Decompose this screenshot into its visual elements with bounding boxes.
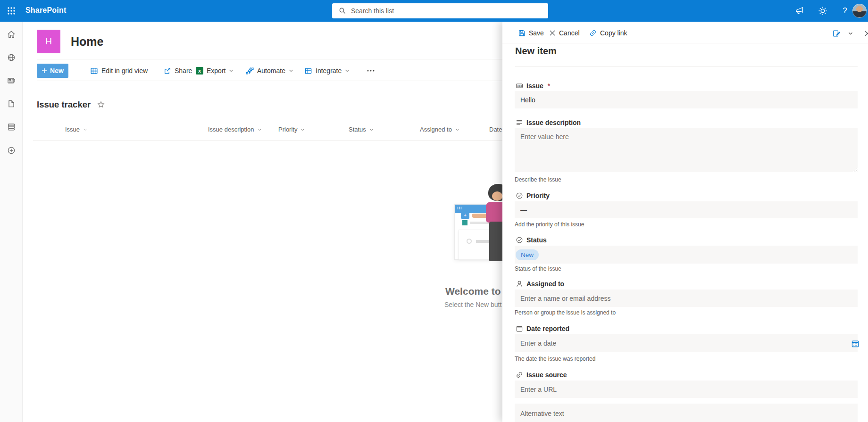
edit-form-button[interactable] [831,28,842,39]
app-launcher-button[interactable] [0,0,23,22]
integrate-icon [304,67,312,75]
sharepoint-list-page: { "topbar": { "app_title": "SharePoint",… [0,0,868,422]
sidebar-item-create[interactable] [0,139,23,162]
new-item-panel: Save Cancel Copy link New item [502,22,868,422]
export-button[interactable]: x Export [196,64,234,78]
excel-icon: x [196,67,203,74]
chevron-down-icon [345,69,350,72]
cancel-button[interactable]: Cancel [549,26,580,40]
search-box[interactable] [332,3,548,18]
edit-grid-view-label: Edit in grid view [101,67,148,74]
sidebar-item-home[interactable] [0,23,23,46]
export-label: Export [207,67,225,74]
column-label: Date [489,126,502,133]
chevron-down-icon [848,32,853,35]
field-label-date-reported: Date reported [516,325,569,332]
alternative-text-input[interactable] [515,404,858,422]
issue-input[interactable] [515,91,858,108]
new-item-button[interactable]: New [37,64,68,78]
help-button[interactable]: ? [837,3,852,18]
ellipsis-icon [367,70,375,72]
panel-title: New item [515,46,557,57]
illustration-teal-square [462,220,467,225]
empty-state-subtitle: Select the New butt [444,301,501,308]
document-icon [7,99,16,108]
text-field-icon: Abc [516,82,523,90]
chevron-down-icon [289,69,293,72]
sidebar-item-lists[interactable] [0,116,23,138]
column-header-issue[interactable]: Issue [65,126,87,133]
flow-icon [246,67,254,75]
site-title[interactable]: Home [71,35,103,49]
list-title-row: Issue tracker [37,99,105,110]
copy-link-button[interactable]: Copy link [589,26,627,40]
priority-value-field[interactable]: — [515,201,858,218]
chevron-down-icon [229,69,234,72]
edit-grid-view-button[interactable]: Edit in grid view [90,64,148,78]
share-label: Share [175,67,192,74]
announcements-button[interactable] [792,3,807,18]
grid-icon [90,67,98,75]
column-header-date[interactable]: Date [489,126,502,133]
field-label-text: Assigned to [526,280,564,288]
search-input[interactable] [351,7,530,15]
field-label-text: Issue source [526,371,567,379]
column-header-assigned-to[interactable]: Assigned to [420,126,459,133]
close-icon [864,30,868,37]
choice-icon [516,236,523,244]
field-label-issue: Abc Issue * [516,82,550,90]
chevron-down-icon [300,128,305,131]
sidebar-item-news[interactable] [0,69,23,92]
date-picker-button[interactable] [850,339,860,349]
plus-icon [42,68,47,74]
required-mark: * [548,82,550,90]
person-icon [516,280,523,288]
field-label-text: Status [526,236,547,244]
status-value-field[interactable]: New [515,246,858,264]
link-icon [516,371,523,379]
favorite-star-icon[interactable] [97,101,105,108]
save-icon [518,29,526,37]
column-label: Status [349,126,366,133]
avatar[interactable] [852,4,867,18]
field-helper: Status of the issue [515,265,561,272]
panel-title-divider [515,66,858,66]
integrate-label: Integrate [316,67,342,74]
integrate-button[interactable]: Integrate [304,64,350,78]
more-commands-button[interactable] [367,64,375,78]
field-helper: The date the issue was reported [515,356,595,362]
column-header-priority[interactable]: Priority [278,126,305,133]
empty-state-title: Welcome to y [445,286,509,297]
calendar-icon [516,325,523,332]
sidebar-item-documents[interactable] [0,92,23,115]
sidebar-item-sites[interactable] [0,46,23,69]
status-badge[interactable]: New [516,249,539,260]
field-label-text: Priority [526,192,550,199]
close-panel-button[interactable] [862,28,868,39]
field-label-text: Issue [526,82,543,90]
globe-icon [7,53,16,62]
settings-button[interactable] [815,3,830,18]
site-logo[interactable]: H [37,30,60,53]
waffle-icon [7,7,16,15]
form-options-dropdown[interactable] [845,28,856,39]
waffle-icon [457,207,462,211]
column-header-status[interactable]: Status [349,126,374,133]
chevron-down-icon [369,128,374,131]
column-header-issue-description[interactable]: Issue description [208,126,262,133]
add-icon [7,146,16,155]
news-icon [7,76,16,85]
date-reported-input[interactable] [515,334,858,352]
chevron-down-icon [258,128,262,131]
save-button[interactable]: Save [518,26,544,40]
automate-button[interactable]: Automate [246,64,293,78]
top-bar: SharePoint ? [0,0,868,22]
column-label: Assigned to [420,126,452,133]
new-button-label: New [50,67,64,74]
assigned-to-input[interactable] [515,290,858,307]
share-button[interactable]: Share [163,64,192,78]
illustration-circle [467,239,472,244]
issue-source-url-input[interactable] [515,381,858,398]
issue-description-textarea[interactable] [515,128,858,172]
app-title[interactable]: SharePoint [25,6,66,15]
